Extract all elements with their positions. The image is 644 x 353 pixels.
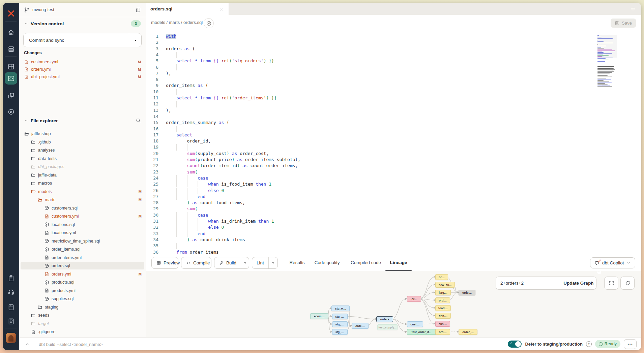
rail-home[interactable]: [3, 27, 19, 38]
lineage-node-orde_gray[interactable]: orde....: [459, 290, 475, 295]
search-icon[interactable]: [136, 118, 141, 123]
copy-icon[interactable]: [135, 7, 141, 13]
rail-marketplace[interactable]: [3, 316, 19, 327]
lineage-node-or_pink[interactable]: or...: [407, 296, 421, 302]
tree-item-.github[interactable]: .github: [21, 138, 144, 146]
lineage-node-cus_pink[interactable]: cus....: [435, 321, 450, 327]
rail-tasks[interactable]: [3, 272, 19, 284]
file-explorer-header[interactable]: File explorer: [19, 117, 146, 125]
lineage-node-or_y[interactable]: or....: [435, 274, 448, 280]
rail-explore[interactable]: [3, 106, 19, 118]
tree-item-customers.yml[interactable]: customers.ymlM: [21, 213, 144, 220]
tree-item-analyses[interactable]: analyses: [21, 147, 144, 154]
lineage-node-cust[interactable]: cust....: [407, 321, 423, 327]
tree-item-marts[interactable]: martsM: [21, 196, 144, 203]
dbt-command-input[interactable]: [38, 339, 242, 350]
commit-options-caret[interactable]: [129, 33, 141, 47]
lineage-node-drin[interactable]: drin....: [435, 313, 451, 319]
changed-file-dbt_project.yml[interactable]: dbt_project.ymlM: [21, 73, 144, 80]
rail-develop[interactable]: [5, 72, 17, 85]
tree-item-order_items.sql[interactable]: order_items.sql: [21, 246, 144, 253]
tree-item-jaffle-data[interactable]: jaffle-data: [21, 171, 144, 179]
build-button[interactable]: Build: [214, 257, 249, 269]
commit-and-sync-button[interactable]: Commit and sync: [23, 33, 142, 47]
tree-item-label: macros: [38, 181, 52, 186]
defer-toggle[interactable]: [508, 341, 522, 348]
tree-item-jaffle-shop[interactable]: jaffle-shop: [21, 130, 144, 137]
open-in-explorer-icon[interactable]: [204, 18, 214, 28]
user-avatar[interactable]: [6, 333, 16, 343]
lineage-node-ord_y1[interactable]: ord....: [435, 297, 450, 303]
help-icon[interactable]: ?: [586, 341, 592, 347]
changed-file-customers.yml[interactable]: customers.ymlM: [21, 58, 144, 65]
lineage-node-test_supply[interactable]: test_supply...: [377, 324, 398, 330]
lineage-node-food[interactable]: food....: [435, 305, 451, 311]
lineage-node-orde1[interactable]: orde....: [352, 323, 369, 329]
tab-code-quality[interactable]: Code quality: [314, 254, 340, 270]
tree-item-locations.sql[interactable]: locations.sql: [21, 221, 144, 228]
tree-item-.gitignore[interactable]: .gitignore: [21, 328, 144, 335]
codewin-icon: [7, 75, 15, 82]
code-line-5: 5 select * from {{ ref('stg_orders') }}: [146, 58, 641, 64]
tree-item-seeds[interactable]: seeds: [21, 312, 144, 319]
lineage-node-orders[interactable]: orders: [376, 316, 393, 322]
line-number: 9: [146, 83, 158, 89]
line-number: 27: [146, 194, 158, 200]
lineage-node-test_order[interactable]: test_order_it...: [407, 329, 436, 335]
tab-lineage[interactable]: Lineage: [390, 254, 407, 270]
minimap[interactable]: [597, 35, 616, 93]
lineage-node-ecom[interactable]: ecom....: [310, 313, 328, 319]
tree-item-orders.sql[interactable]: orders.sql: [21, 262, 144, 269]
tree-item-staging[interactable]: staging: [21, 303, 144, 311]
version-control-header[interactable]: Version control 3: [19, 20, 146, 28]
tree-item-locations.yml[interactable]: locations.yml: [21, 229, 144, 236]
button-label: Build: [226, 260, 236, 265]
lineage-node-stg2[interactable]: stg_....: [332, 314, 348, 319]
lineage-node-stg4[interactable]: stg_....: [332, 329, 348, 335]
new-tab-button[interactable]: [629, 5, 637, 12]
tab-orders-sql[interactable]: orders.sql: [146, 3, 229, 15]
lineage-node-ord_y2[interactable]: ord....: [435, 329, 450, 335]
rail-dashboards[interactable]: [3, 61, 19, 72]
save-button[interactable]: Save: [611, 19, 636, 28]
rail-environments[interactable]: [3, 43, 19, 55]
tree-item-supplies.sql[interactable]: supplies.sql: [21, 295, 144, 302]
chevron-up-icon[interactable]: [23, 340, 31, 348]
code-editor[interactable]: 1with23orders as (45 select * from {{ re…: [146, 31, 641, 255]
tree-item-order_items.yml[interactable]: order_items.yml: [21, 254, 144, 261]
dbt-copilot-button[interactable]: dbt Copilot: [590, 257, 635, 268]
lineage-node-stg_o[interactable]: stg_o....: [331, 306, 350, 311]
node-label: ord....: [439, 299, 446, 302]
tree-item-models[interactable]: modelsM: [21, 188, 144, 195]
rail-docs[interactable]: [3, 301, 19, 313]
lineage-node-larg[interactable]: larg....: [435, 290, 451, 295]
lineage-node-stg3[interactable]: stg_....: [332, 321, 348, 327]
rail-support[interactable]: [3, 286, 19, 298]
tab-results[interactable]: Results: [289, 254, 305, 270]
lineage-node-order_y3[interactable]: order_...: [459, 329, 477, 335]
lint-options-caret[interactable]: [268, 257, 277, 268]
changed-file-orders.yml[interactable]: orders.ymlM: [21, 66, 144, 73]
tree-item-dbt_packages[interactable]: dbt_packages: [21, 163, 144, 170]
tab-compiled-code[interactable]: Compiled code: [350, 254, 381, 270]
preview-button[interactable]: Preview: [151, 257, 178, 269]
tab-label: Lineage: [390, 260, 407, 265]
lint-button[interactable]: Lint: [252, 257, 278, 269]
tree-item-data-tests[interactable]: data-tests: [21, 155, 144, 162]
lineage-node-new_cu[interactable]: new_cu...: [435, 282, 455, 288]
rail-dbt-logo[interactable]: [3, 8, 19, 19]
tree-item-products.yml[interactable]: products.yml: [21, 287, 144, 294]
build-options-caret[interactable]: [241, 257, 249, 268]
tree-item-macros[interactable]: macros: [21, 180, 144, 187]
tree-item-customers.sql[interactable]: customers.sql: [21, 204, 144, 212]
tree-item-products.sql[interactable]: products.sql: [21, 279, 144, 286]
tree-item-orders.yml[interactable]: orders.ymlM: [21, 270, 144, 278]
rail-orchestration[interactable]: [3, 90, 19, 101]
tree-item-target[interactable]: target: [21, 320, 144, 327]
compile-button[interactable]: Compile: [181, 257, 211, 269]
tree-item-label: orders.yml: [52, 272, 71, 277]
more-options-button[interactable]: ⋯: [624, 339, 637, 349]
close-icon[interactable]: [219, 7, 224, 11]
branch-name[interactable]: mwong-test: [32, 7, 54, 12]
tree-item-metricflow_time_spine.sql[interactable]: metricflow_time_spine.sql: [21, 237, 144, 245]
